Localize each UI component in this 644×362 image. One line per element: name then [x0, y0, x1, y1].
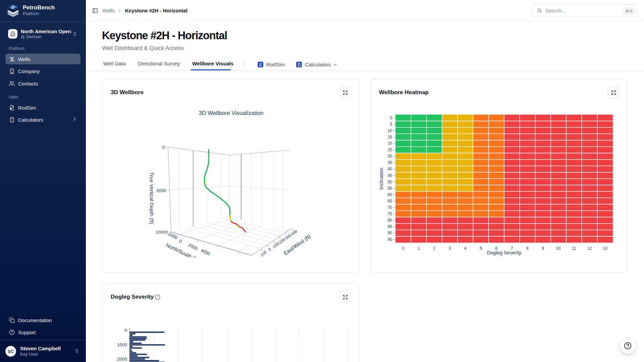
- svg-text:10: 10: [556, 246, 561, 251]
- svg-text:Inclination: Inclination: [379, 168, 384, 189]
- svg-text:-400: -400: [289, 229, 298, 237]
- svg-text:0: 0: [124, 328, 127, 333]
- svg-text:5000: 5000: [157, 188, 166, 193]
- svg-text:35: 35: [388, 160, 392, 165]
- svg-text:8: 8: [526, 246, 529, 251]
- svg-text:100: 100: [260, 250, 268, 257]
- svg-text:11: 11: [572, 246, 576, 251]
- svg-text:4: 4: [464, 246, 467, 251]
- svg-text:75: 75: [388, 212, 392, 216]
- svg-text:0: 0: [178, 238, 182, 244]
- svg-text:1000: 1000: [117, 342, 127, 347]
- svg-text:10: 10: [388, 128, 392, 133]
- svg-text:3: 3: [449, 246, 451, 251]
- svg-text:85: 85: [388, 224, 392, 229]
- svg-text:2000: 2000: [117, 357, 127, 362]
- svg-text:4000: 4000: [200, 248, 211, 256]
- svg-text:2000: 2000: [187, 242, 199, 251]
- svg-text:3D Wellbore Visualization: 3D Wellbore Visualization: [199, 110, 263, 116]
- svg-text:95: 95: [388, 237, 392, 242]
- svg-text:12: 12: [587, 246, 592, 251]
- svg-text:0: 0: [162, 145, 165, 150]
- svg-text:90: 90: [388, 231, 392, 235]
- svg-text:0: 0: [268, 247, 272, 252]
- svg-text:Dogleg Severity: Dogleg Severity: [487, 250, 522, 255]
- svg-text:1: 1: [418, 246, 420, 251]
- svg-text:5: 5: [390, 122, 392, 127]
- svg-text:50: 50: [388, 180, 392, 184]
- svg-text:70: 70: [388, 205, 392, 210]
- svg-text:45: 45: [388, 173, 392, 178]
- svg-text:15: 15: [388, 135, 392, 139]
- svg-text:80: 80: [388, 218, 392, 223]
- svg-text:10000: 10000: [156, 230, 168, 235]
- svg-text:True Vertical Depth (ft): True Vertical Depth (ft): [149, 172, 155, 224]
- svg-text:30: 30: [388, 154, 392, 159]
- svg-text:5: 5: [480, 246, 482, 251]
- svg-text:20: 20: [388, 141, 392, 146]
- svg-text:60: 60: [388, 192, 392, 197]
- svg-text:25: 25: [388, 147, 392, 152]
- svg-text:2: 2: [433, 246, 435, 251]
- svg-text:0: 0: [402, 246, 405, 251]
- svg-text:40: 40: [388, 167, 392, 171]
- svg-text:9: 9: [542, 246, 544, 251]
- svg-text:65: 65: [388, 199, 392, 203]
- svg-text:55: 55: [388, 186, 392, 191]
- svg-text:13: 13: [603, 246, 607, 251]
- svg-text:0: 0: [390, 116, 392, 120]
